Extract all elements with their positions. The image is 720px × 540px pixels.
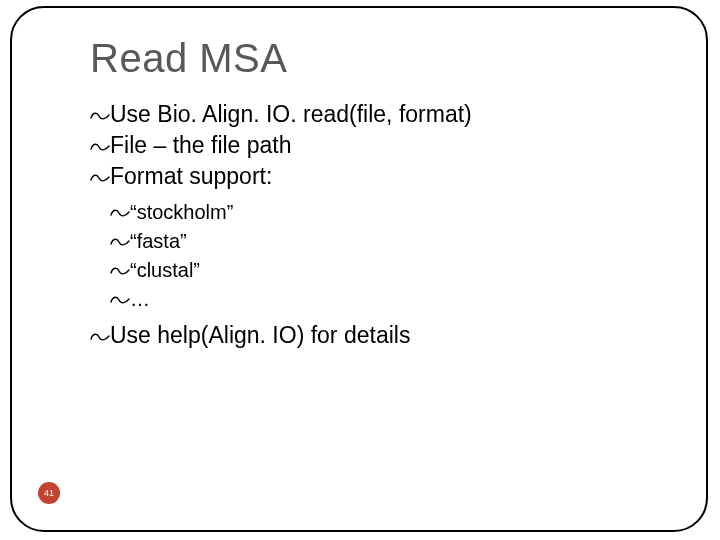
- bullet-l2: …: [110, 285, 690, 314]
- nested-list: “stockholm” “fasta” “clustal” …: [110, 198, 690, 314]
- bullet-icon: [110, 198, 130, 227]
- bullet-text: Use help(Align. IO) for details: [110, 322, 410, 348]
- bullet-text: …: [130, 288, 150, 310]
- bullet-text: “clustal”: [130, 259, 200, 281]
- bullet-text: File – the file path: [110, 132, 292, 158]
- bullet-l2: “fasta”: [110, 227, 690, 256]
- bullet-icon: [90, 99, 110, 130]
- bullet-icon: [110, 227, 130, 256]
- slide-frame: Read MSA Use Bio. Align. IO. read(file, …: [10, 6, 708, 532]
- bullet-text: Format support:: [110, 163, 272, 189]
- bullet-l1: Format support:: [90, 161, 690, 192]
- bullet-text: “fasta”: [130, 230, 187, 252]
- page-number: 41: [44, 488, 54, 498]
- bullet-icon: [90, 130, 110, 161]
- bullet-icon: [110, 256, 130, 285]
- bullet-text: Use Bio. Align. IO. read(file, format): [110, 101, 472, 127]
- bullet-l2: “stockholm”: [110, 198, 690, 227]
- bullet-icon: [90, 320, 110, 351]
- bullet-l1: File – the file path: [90, 130, 690, 161]
- slide-title: Read MSA: [90, 36, 690, 81]
- bullet-icon: [90, 161, 110, 192]
- bullet-l2: “clustal”: [110, 256, 690, 285]
- bullet-text: “stockholm”: [130, 201, 233, 223]
- bullet-l1: Use help(Align. IO) for details: [90, 320, 690, 351]
- page-number-badge: 41: [38, 482, 60, 504]
- bullet-icon: [110, 285, 130, 314]
- slide-content: Read MSA Use Bio. Align. IO. read(file, …: [90, 36, 690, 351]
- bullet-l1: Use Bio. Align. IO. read(file, format): [90, 99, 690, 130]
